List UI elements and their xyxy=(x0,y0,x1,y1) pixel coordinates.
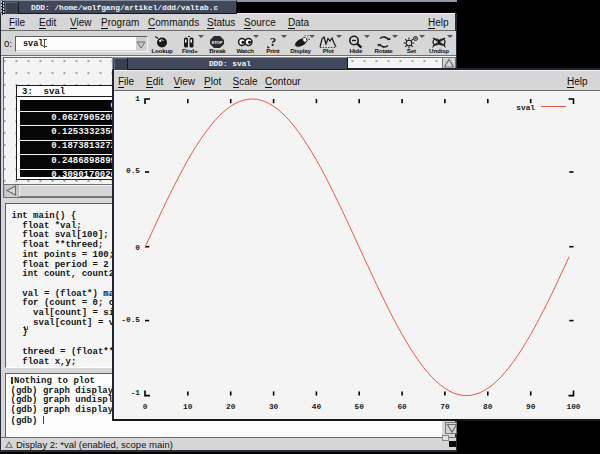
svg-text:60: 60 xyxy=(397,403,407,411)
svg-text:1: 1 xyxy=(135,94,140,102)
svg-text:100: 100 xyxy=(566,403,580,411)
svg-text:0: 0 xyxy=(143,403,148,411)
svg-text:10: 10 xyxy=(183,403,193,411)
svg-text:40: 40 xyxy=(312,403,322,411)
svg-text:50: 50 xyxy=(355,403,365,411)
svg-text:-1: -1 xyxy=(131,389,141,397)
svg-text:20: 20 xyxy=(226,403,236,411)
svg-text:90: 90 xyxy=(526,403,536,411)
svg-text:-0.5: -0.5 xyxy=(121,315,140,323)
svg-text:0.5: 0.5 xyxy=(126,167,140,175)
svg-text:STOP: STOP xyxy=(212,40,223,45)
svg-text:30: 30 xyxy=(269,403,279,411)
svg-text:0: 0 xyxy=(135,244,140,252)
svg-text:80: 80 xyxy=(483,403,493,411)
svg-text:70: 70 xyxy=(440,403,450,411)
svg-text:sval: sval xyxy=(516,103,535,111)
